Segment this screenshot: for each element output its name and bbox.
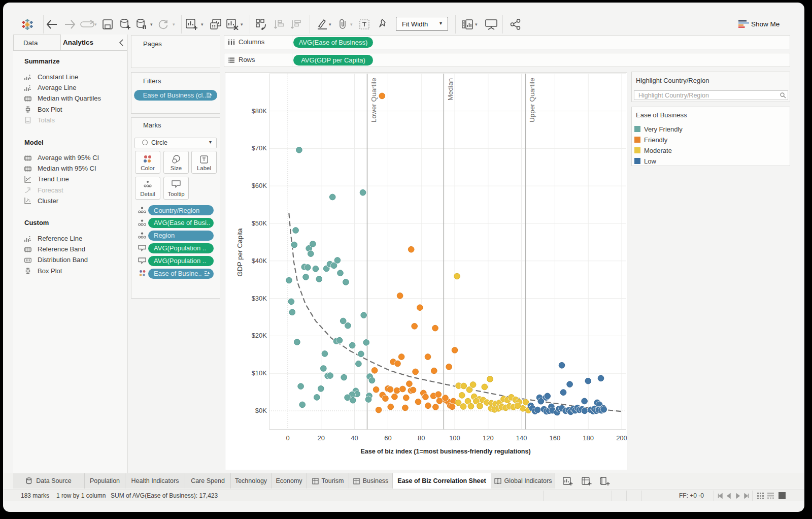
svg-text:$10K: $10K [252,369,267,377]
svg-text:120: 120 [483,434,494,442]
svg-text:Median: Median [447,78,454,101]
svg-text:Lower Quartile: Lower Quartile [370,78,378,122]
svg-text:$70K: $70K [252,144,267,152]
svg-text:20: 20 [318,434,325,442]
svg-text:200: 200 [616,434,627,442]
svg-text:60: 60 [384,434,391,442]
svg-text:$30K: $30K [252,295,267,302]
svg-text:100: 100 [449,434,460,442]
svg-text:140: 140 [516,434,527,442]
svg-text:0: 0 [286,434,289,442]
svg-text:Ease of biz index (1=most busi: Ease of biz index (1=most business-frien… [360,448,530,455]
svg-text:GDP per Capita: GDP per Capita [236,228,244,277]
svg-text:$80K: $80K [252,107,267,115]
svg-text:$40K: $40K [252,257,267,265]
svg-text:$50K: $50K [252,219,267,227]
svg-text:40: 40 [351,434,358,442]
svg-text:Upper Quartile: Upper Quartile [528,78,536,122]
svg-text:$20K: $20K [252,332,267,339]
svg-text:180: 180 [583,434,594,442]
svg-text:$60K: $60K [252,182,267,189]
svg-text:$0K: $0K [255,407,267,414]
svg-text:160: 160 [550,434,561,442]
svg-text:80: 80 [418,434,425,442]
